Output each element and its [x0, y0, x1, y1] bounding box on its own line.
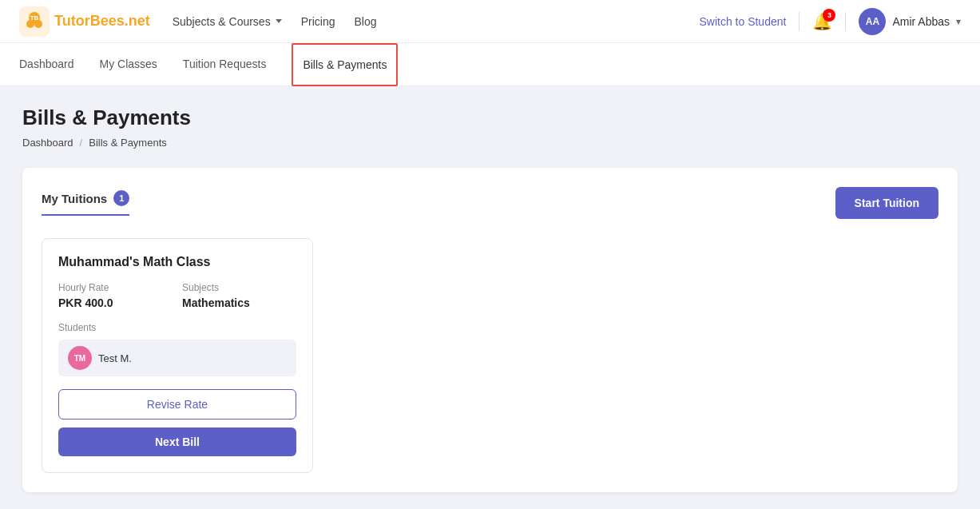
main-navbar: TB TutorBees.net Subjects & Courses Pric… — [0, 0, 980, 43]
user-menu[interactable]: AA Amir Abbas ▾ — [859, 8, 961, 35]
hourly-rate-section: Hourly Rate PKR 400.0 — [58, 282, 173, 309]
breadcrumb-current: Bills & Payments — [89, 137, 167, 149]
sub-nav-dashboard[interactable]: Dashboard — [19, 43, 74, 86]
sub-nav-bills-payments[interactable]: Bills & Payments — [292, 43, 398, 86]
page-content: Bills & Payments Dashboard / Bills & Pay… — [0, 86, 980, 509]
subjects-value: Mathematics — [182, 296, 296, 309]
user-name: Amir Abbas — [892, 15, 950, 28]
students-section: Students TM Test M. — [58, 322, 296, 376]
tab-row: My Tuitions 1 Start Tuition — [42, 187, 938, 219]
hourly-rate-value: PKR 400.0 — [58, 296, 173, 309]
tab-count-badge: 1 — [113, 190, 129, 206]
sub-navbar: Dashboard My Classes Tuition Requests Bi… — [0, 43, 980, 86]
hourly-rate-label: Hourly Rate — [58, 282, 173, 293]
svg-text:TB: TB — [30, 14, 39, 22]
switch-to-student[interactable]: Switch to Student — [699, 15, 786, 28]
avatar: AA — [859, 8, 886, 35]
student-chip: TM Test M. — [58, 340, 296, 376]
main-card: My Tuitions 1 Start Tuition Muhammad's M… — [22, 168, 958, 492]
nav-divider-1 — [799, 12, 799, 31]
nav-pricing[interactable]: Pricing — [301, 15, 335, 28]
start-tuition-button[interactable]: Start Tuition — [835, 187, 938, 219]
nav-subjects[interactable]: Subjects & Courses — [173, 15, 282, 28]
sub-nav-my-classes[interactable]: My Classes — [100, 43, 157, 86]
nav-right: Switch to Student 🔔 3 AA Amir Abbas ▾ — [699, 8, 961, 35]
my-tuitions-tab[interactable]: My Tuitions 1 — [42, 190, 129, 216]
nav-blog[interactable]: Blog — [354, 15, 376, 28]
notification-button[interactable]: 🔔 3 — [812, 12, 832, 31]
subjects-label: Subjects — [182, 282, 296, 293]
revise-rate-button[interactable]: Revise Rate — [58, 389, 296, 420]
logo-icon: TB — [19, 6, 50, 37]
tuition-info-grid: Hourly Rate PKR 400.0 Subjects Mathemati… — [58, 282, 296, 309]
logo-text: TutorBees.net — [54, 13, 150, 30]
student-avatar: TM — [68, 346, 92, 370]
user-chevron-icon: ▾ — [956, 16, 961, 27]
tuition-card-title: Muhammad's Math Class — [58, 255, 296, 269]
subjects-section: Subjects Mathematics — [182, 282, 296, 309]
breadcrumb: Dashboard / Bills & Payments — [22, 137, 958, 149]
tab-label-text: My Tuitions — [42, 192, 107, 205]
subjects-chevron-icon — [276, 19, 282, 23]
breadcrumb-home[interactable]: Dashboard — [22, 137, 73, 149]
sub-nav-tuition-requests[interactable]: Tuition Requests — [183, 43, 267, 86]
students-label: Students — [58, 322, 296, 333]
page-title: Bills & Payments — [22, 105, 958, 130]
notification-badge: 3 — [823, 9, 835, 22]
nav-links: Subjects & Courses Pricing Blog — [173, 15, 700, 28]
tuition-card: Muhammad's Math Class Hourly Rate PKR 40… — [42, 238, 313, 473]
nav-divider-2 — [845, 12, 846, 31]
student-name: Test M. — [98, 352, 132, 364]
breadcrumb-separator: / — [80, 137, 83, 149]
next-bill-button[interactable]: Next Bill — [58, 427, 296, 456]
logo[interactable]: TB TutorBees.net — [19, 6, 150, 37]
